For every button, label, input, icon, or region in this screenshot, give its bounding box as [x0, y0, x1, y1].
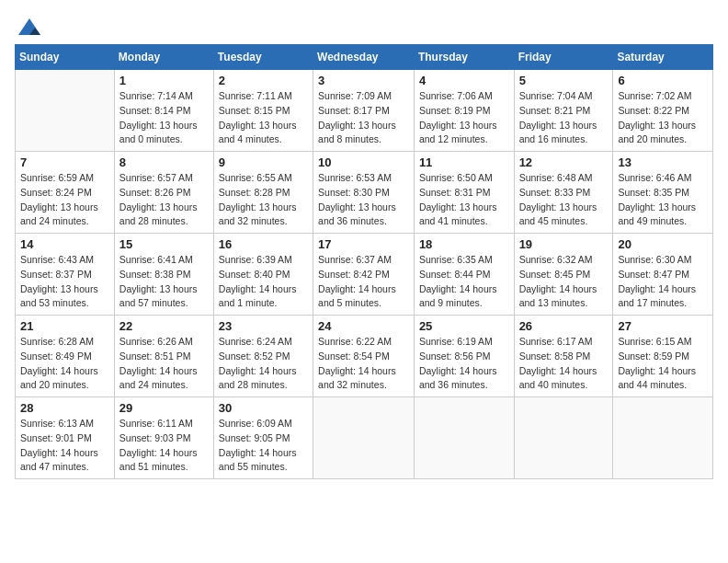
day-number: 7	[20, 155, 109, 169]
day-info: Sunrise: 7:14 AMSunset: 8:14 PMDaylight:…	[119, 89, 209, 147]
calendar-cell: 18Sunrise: 6:35 AMSunset: 8:44 PMDayligh…	[414, 234, 514, 316]
weekday-header-row: SundayMondayTuesdayWednesdayThursdayFrid…	[16, 45, 713, 70]
calendar-cell: 9Sunrise: 6:55 AMSunset: 8:28 PMDaylight…	[213, 152, 313, 234]
day-info: Sunrise: 6:26 AMSunset: 8:51 PMDaylight:…	[119, 335, 209, 393]
weekday-header-saturday: Saturday	[613, 45, 713, 70]
day-info: Sunrise: 6:48 AMSunset: 8:33 PMDaylight:…	[519, 171, 609, 229]
day-number: 3	[318, 74, 409, 87]
week-row-2: 7Sunrise: 6:59 AMSunset: 8:24 PMDaylight…	[16, 152, 713, 234]
day-number: 21	[20, 319, 109, 333]
weekday-header-sunday: Sunday	[16, 45, 115, 70]
calendar-cell: 5Sunrise: 7:04 AMSunset: 8:21 PMDaylight…	[514, 70, 613, 152]
day-info: Sunrise: 6:53 AMSunset: 8:30 PMDaylight:…	[318, 171, 409, 229]
calendar-cell: 1Sunrise: 7:14 AMSunset: 8:14 PMDaylight…	[114, 70, 213, 152]
day-number: 15	[119, 237, 209, 251]
day-number: 30	[219, 401, 308, 415]
day-info: Sunrise: 6:50 AMSunset: 8:31 PMDaylight:…	[419, 171, 509, 229]
weekday-header-tuesday: Tuesday	[213, 45, 313, 70]
day-number: 4	[419, 74, 509, 87]
day-number: 17	[318, 237, 409, 251]
calendar-cell: 27Sunrise: 6:15 AMSunset: 8:59 PMDayligh…	[613, 316, 713, 397]
day-info: Sunrise: 6:11 AMSunset: 9:03 PMDaylight:…	[119, 417, 209, 475]
day-info: Sunrise: 6:17 AMSunset: 8:58 PMDaylight:…	[519, 335, 609, 393]
day-info: Sunrise: 6:35 AMSunset: 8:44 PMDaylight:…	[419, 253, 509, 311]
day-info: Sunrise: 6:22 AMSunset: 8:54 PMDaylight:…	[318, 335, 409, 393]
calendar-cell: 29Sunrise: 6:11 AMSunset: 9:03 PMDayligh…	[114, 397, 213, 479]
day-info: Sunrise: 6:41 AMSunset: 8:38 PMDaylight:…	[119, 253, 209, 311]
day-number: 12	[519, 155, 609, 169]
calendar-cell: 4Sunrise: 7:06 AMSunset: 8:19 PMDaylight…	[414, 70, 514, 152]
calendar-cell: 8Sunrise: 6:57 AMSunset: 8:26 PMDaylight…	[114, 152, 213, 234]
day-number: 19	[519, 237, 609, 251]
calendar-cell: 28Sunrise: 6:13 AMSunset: 9:01 PMDayligh…	[16, 397, 115, 479]
week-row-4: 21Sunrise: 6:28 AMSunset: 8:49 PMDayligh…	[16, 316, 713, 397]
day-number: 1	[119, 74, 209, 87]
day-number: 2	[219, 74, 308, 87]
calendar-cell: 15Sunrise: 6:41 AMSunset: 8:38 PMDayligh…	[114, 234, 213, 316]
calendar-cell: 7Sunrise: 6:59 AMSunset: 8:24 PMDaylight…	[16, 152, 115, 234]
calendar-cell: 16Sunrise: 6:39 AMSunset: 8:40 PMDayligh…	[213, 234, 313, 316]
day-number: 22	[119, 319, 209, 333]
day-number: 26	[519, 319, 609, 333]
day-number: 28	[20, 401, 109, 415]
weekday-header-thursday: Thursday	[414, 45, 514, 70]
calendar-cell	[613, 397, 713, 479]
calendar-cell: 22Sunrise: 6:26 AMSunset: 8:51 PMDayligh…	[114, 316, 213, 397]
week-row-1: 1Sunrise: 7:14 AMSunset: 8:14 PMDaylight…	[16, 70, 713, 152]
day-number: 6	[618, 74, 708, 87]
day-number: 20	[618, 237, 708, 251]
day-number: 10	[318, 155, 409, 169]
week-row-3: 14Sunrise: 6:43 AMSunset: 8:37 PMDayligh…	[16, 234, 713, 316]
week-row-5: 28Sunrise: 6:13 AMSunset: 9:01 PMDayligh…	[16, 397, 713, 479]
calendar-cell: 24Sunrise: 6:22 AMSunset: 8:54 PMDayligh…	[313, 316, 415, 397]
day-info: Sunrise: 6:57 AMSunset: 8:26 PMDaylight:…	[119, 171, 209, 229]
calendar-cell: 17Sunrise: 6:37 AMSunset: 8:42 PMDayligh…	[313, 234, 415, 316]
calendar-cell: 11Sunrise: 6:50 AMSunset: 8:31 PMDayligh…	[414, 152, 514, 234]
calendar-cell: 10Sunrise: 6:53 AMSunset: 8:30 PMDayligh…	[313, 152, 415, 234]
day-info: Sunrise: 6:59 AMSunset: 8:24 PMDaylight:…	[20, 171, 109, 229]
calendar-cell: 25Sunrise: 6:19 AMSunset: 8:56 PMDayligh…	[414, 316, 514, 397]
day-number: 24	[318, 319, 409, 333]
day-number: 5	[519, 74, 609, 87]
day-number: 14	[20, 237, 109, 251]
day-info: Sunrise: 6:30 AMSunset: 8:47 PMDaylight:…	[618, 253, 708, 311]
calendar-cell	[514, 397, 613, 479]
day-info: Sunrise: 7:11 AMSunset: 8:15 PMDaylight:…	[219, 89, 308, 147]
page-header	[15, 15, 713, 37]
calendar-cell: 21Sunrise: 6:28 AMSunset: 8:49 PMDayligh…	[16, 316, 115, 397]
day-info: Sunrise: 7:09 AMSunset: 8:17 PMDaylight:…	[318, 89, 409, 147]
calendar-cell: 6Sunrise: 7:02 AMSunset: 8:22 PMDaylight…	[613, 70, 713, 152]
calendar-cell: 14Sunrise: 6:43 AMSunset: 8:37 PMDayligh…	[16, 234, 115, 316]
day-number: 13	[618, 155, 708, 169]
calendar-cell: 2Sunrise: 7:11 AMSunset: 8:15 PMDaylight…	[213, 70, 313, 152]
day-number: 16	[219, 237, 308, 251]
day-number: 8	[119, 155, 209, 169]
day-info: Sunrise: 6:24 AMSunset: 8:52 PMDaylight:…	[219, 335, 308, 393]
day-info: Sunrise: 6:39 AMSunset: 8:40 PMDaylight:…	[219, 253, 308, 311]
day-number: 9	[219, 155, 308, 169]
day-info: Sunrise: 6:09 AMSunset: 9:05 PMDaylight:…	[219, 417, 308, 475]
day-info: Sunrise: 6:55 AMSunset: 8:28 PMDaylight:…	[219, 171, 308, 229]
weekday-header-monday: Monday	[114, 45, 213, 70]
calendar-cell: 13Sunrise: 6:46 AMSunset: 8:35 PMDayligh…	[613, 152, 713, 234]
calendar-cell	[313, 397, 415, 479]
day-info: Sunrise: 6:19 AMSunset: 8:56 PMDaylight:…	[419, 335, 509, 393]
day-number: 11	[419, 155, 509, 169]
day-number: 27	[618, 319, 708, 333]
calendar-cell: 26Sunrise: 6:17 AMSunset: 8:58 PMDayligh…	[514, 316, 613, 397]
day-info: Sunrise: 6:15 AMSunset: 8:59 PMDaylight:…	[618, 335, 708, 393]
calendar-cell: 19Sunrise: 6:32 AMSunset: 8:45 PMDayligh…	[514, 234, 613, 316]
day-number: 23	[219, 319, 308, 333]
day-info: Sunrise: 6:37 AMSunset: 8:42 PMDaylight:…	[318, 253, 409, 311]
logo	[15, 15, 42, 37]
day-info: Sunrise: 6:43 AMSunset: 8:37 PMDaylight:…	[20, 253, 109, 311]
day-number: 29	[119, 401, 209, 415]
calendar-table: SundayMondayTuesdayWednesdayThursdayFrid…	[15, 44, 713, 479]
day-info: Sunrise: 7:04 AMSunset: 8:21 PMDaylight:…	[519, 89, 609, 147]
calendar-cell	[414, 397, 514, 479]
day-info: Sunrise: 6:32 AMSunset: 8:45 PMDaylight:…	[519, 253, 609, 311]
day-info: Sunrise: 6:46 AMSunset: 8:35 PMDaylight:…	[618, 171, 708, 229]
calendar-cell: 23Sunrise: 6:24 AMSunset: 8:52 PMDayligh…	[213, 316, 313, 397]
day-info: Sunrise: 6:13 AMSunset: 9:01 PMDaylight:…	[20, 417, 109, 475]
day-info: Sunrise: 7:02 AMSunset: 8:22 PMDaylight:…	[618, 89, 708, 147]
